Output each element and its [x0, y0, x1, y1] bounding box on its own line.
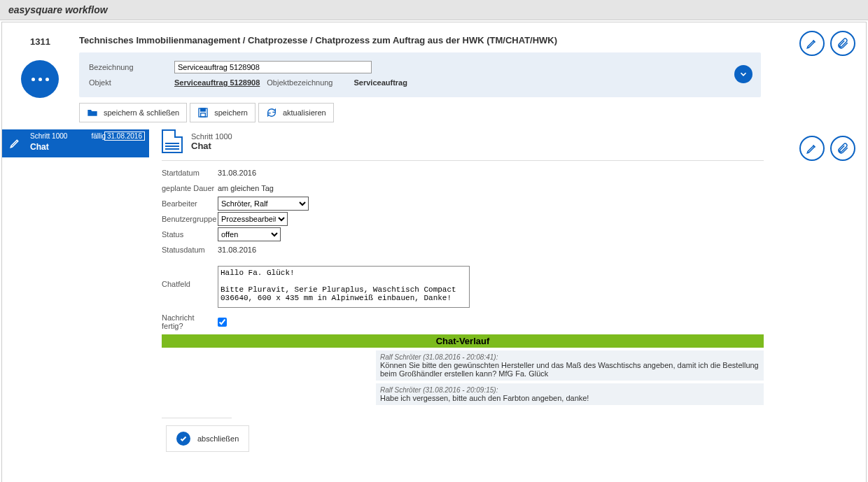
chat-meta: Ralf Schröter (31.08.2016 - 20:08:41): [380, 353, 760, 361]
header-action-icons [794, 31, 855, 56]
step-item-chat[interactable]: Schritt 1000 Chat fällig 31.08.2016 [2, 129, 149, 157]
app-header: easysquare workflow [0, 0, 868, 20]
checkbox-nachricht-fertig[interactable] [218, 318, 227, 327]
attachment-button[interactable] [830, 31, 855, 56]
divider [162, 160, 764, 161]
label-startdatum: Startdatum [162, 169, 218, 177]
chat-text: Können Sie bitte den gewünschten Herstel… [380, 361, 760, 378]
breadcrumb: Technisches Immobilienmanagement / Chatp… [79, 35, 852, 45]
save-label: speichern [214, 108, 248, 117]
chat-entry: Ralf Schröter (31.08.2016 - 20:09:15): H… [376, 383, 764, 405]
main-container: 1311 Technisches Immobilienmanagement / … [1, 22, 867, 482]
check-icon [176, 432, 190, 446]
pencil-icon [9, 136, 22, 149]
label-dauer: geplante Dauer [162, 184, 218, 192]
step-head-title: Chat [191, 141, 232, 151]
chat-text: Habe ich vergessen, bitte auch den Farbt… [380, 394, 760, 402]
complete-label: abschließen [197, 434, 239, 443]
step-head-number: Schritt 1000 [191, 132, 232, 141]
step-due-label: fällig [91, 132, 106, 140]
chat-history-header: Chat-Verlauf [162, 334, 764, 348]
process-header-row: 1311 Technisches Immobilienmanagement / … [2, 22, 866, 52]
label-chatfeld: Chatfeld [162, 266, 218, 288]
divider [162, 418, 232, 418]
svg-rect-2 [201, 113, 206, 117]
process-id: 1311 [30, 35, 79, 47]
select-gruppe[interactable]: Prozessbearbeiter [218, 212, 288, 226]
body-row: Schritt 1000 Chat fällig 31.08.2016 Schr… [2, 129, 866, 452]
save-close-label: speichern & schließen [104, 108, 179, 117]
input-bezeichnung[interactable] [174, 61, 372, 73]
value-statusdatum: 31.08.2016 [218, 246, 256, 254]
label-objektbezeichnung: Objektbezeichnung [267, 78, 332, 87]
label-nachricht-fertig: Nachricht fertig? [162, 313, 218, 330]
save-button[interactable]: speichern [190, 103, 255, 122]
label-bearbeiter: Bearbeiter [162, 199, 218, 208]
process-menu-button[interactable] [21, 60, 59, 98]
save-icon [197, 107, 209, 118]
dots-icon [31, 78, 49, 81]
pencil-icon [806, 37, 818, 50]
select-bearbeiter[interactable]: Schröter, Ralf [218, 197, 309, 211]
textarea-chatfeld[interactable] [218, 266, 470, 308]
chevron-down-icon [738, 69, 748, 79]
paperclip-icon [836, 37, 849, 50]
edit-step-button[interactable] [799, 136, 825, 161]
step-head: Schritt 1000 Chat [162, 129, 853, 153]
select-status[interactable]: offen [218, 227, 281, 241]
value-dauer: am gleichen Tag [218, 184, 274, 192]
step-action-icons [794, 136, 855, 161]
info-panel: Bezeichnung Objekt Serviceauftrag 512890… [79, 52, 761, 97]
chat-entry: Ralf Schröter (31.08.2016 - 20:08:41): K… [376, 350, 764, 381]
objekt-link[interactable]: Serviceauftrag 5128908 [174, 78, 260, 87]
label-statusdatum: Statusdatum [162, 246, 218, 254]
step-name: Chat [30, 142, 49, 152]
label-bezeichnung: Bezeichnung [89, 63, 174, 71]
toolbar: speichern & schließen speichern aktualis… [79, 103, 866, 122]
value-startdatum: 31.08.2016 [218, 169, 256, 177]
step-number: Schritt 1000 [30, 132, 67, 140]
step-due-date: 31.08.2016 [104, 132, 145, 141]
paperclip-icon [836, 142, 849, 155]
complete-button[interactable]: abschließen [166, 425, 249, 452]
label-status: Status [162, 230, 218, 239]
edit-button[interactable] [799, 31, 825, 56]
save-close-button[interactable]: speichern & schließen [79, 103, 187, 122]
refresh-icon [266, 107, 277, 118]
expand-panel-button[interactable] [734, 65, 752, 83]
label-objekt: Objekt [89, 78, 174, 87]
refresh-label: aktualisieren [283, 108, 326, 117]
label-gruppe: Benutzergruppe [162, 215, 218, 223]
chat-meta: Ralf Schröter (31.08.2016 - 20:09:15): [380, 386, 760, 394]
refresh-button[interactable]: aktualisieren [258, 103, 334, 122]
pencil-icon [806, 142, 818, 155]
folder-icon [87, 107, 98, 118]
svg-rect-1 [201, 108, 206, 111]
attachment-step-button[interactable] [830, 136, 855, 161]
objekt-typ: Serviceauftrag [354, 78, 407, 87]
document-icon [162, 129, 183, 153]
step-list: Schritt 1000 Chat fällig 31.08.2016 [2, 129, 149, 452]
step-detail: Schritt 1000 Chat Startdatum 31.08.2016 … [149, 129, 866, 452]
chat-history: Ralf Schröter (31.08.2016 - 20:08:41): K… [162, 350, 764, 405]
